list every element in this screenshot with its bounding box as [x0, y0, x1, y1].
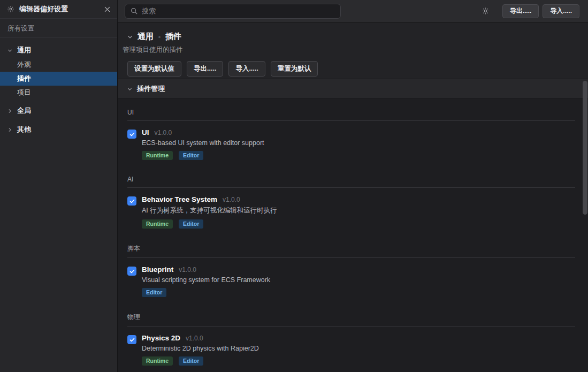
plugin-item: UIv1.0.0ECS-based UI system with editor … — [127, 128, 575, 160]
window-title: 编辑器偏好设置 — [19, 4, 100, 14]
plugin-info: Blueprintv1.0.0Visual scripting system f… — [142, 265, 270, 297]
plugin-enabled-checkbox[interactable] — [127, 130, 136, 139]
topbar-import-button[interactable]: 导入..... — [543, 4, 579, 18]
plugin-group-list: UIUIv1.0.0ECS-based UI system with edito… — [118, 100, 588, 372]
tree-item-plugins[interactable]: 插件 — [0, 72, 117, 86]
plugin-description: Deterministic 2D physics with Rapier2D — [142, 345, 259, 352]
plugin-tags: Editor — [142, 288, 270, 297]
tree-item-project[interactable]: 项目 — [0, 86, 117, 100]
plugin-tags: RuntimeEditor — [142, 151, 264, 160]
plugin-item: Blueprintv1.0.0Visual scripting system f… — [127, 265, 575, 297]
plugin-title-row: UIv1.0.0 — [142, 128, 264, 136]
plugin-enabled-checkbox[interactable] — [127, 196, 136, 206]
sidebar-header: 编辑器偏好设置 — [0, 0, 117, 19]
tree-item-label: 外观 — [17, 60, 31, 69]
tree-item-global[interactable]: 全局 — [0, 103, 117, 118]
group-divider — [127, 120, 575, 121]
chevron-down-icon[interactable] — [127, 34, 133, 40]
tag-runtime: Runtime — [142, 151, 173, 160]
settings-gear-button[interactable] — [480, 6, 491, 16]
chevron-right-icon — [7, 127, 12, 132]
close-icon[interactable] — [104, 6, 110, 12]
plugin-group: AIBehavior Tree Systemv1.0.0AI 行为树系统，支持可… — [127, 176, 575, 229]
gear-icon — [7, 5, 14, 13]
plugin-version: v1.0.0 — [179, 266, 196, 274]
section-title: 插件管理 — [137, 84, 165, 94]
page-header: 通用 - 插件 管理项目使用的插件 设置为默认值 导出..... 导入.....… — [118, 22, 588, 79]
search-input[interactable] — [142, 7, 335, 15]
tag-editor: Editor — [142, 288, 166, 297]
tag-editor: Editor — [179, 356, 203, 366]
plugin-description: ECS-based UI system with editor support — [142, 139, 264, 147]
breadcrumb-separator: - — [158, 33, 161, 41]
topbar: 导出..... 导入..... — [118, 0, 588, 22]
plugin-description: AI 行为树系统，支持可视化编辑和运行时执行 — [142, 206, 277, 215]
plugin-group-label: UI — [127, 109, 575, 116]
sidebar: 编辑器偏好设置 所有设置 通用 外观 插件 项目 全局 其他 — [0, 0, 118, 372]
tag-runtime: Runtime — [142, 356, 173, 366]
plugin-enabled-checkbox[interactable] — [127, 335, 136, 344]
plugin-group-label: 脚本 — [127, 244, 575, 253]
tree-item-other[interactable]: 其他 — [0, 122, 117, 137]
group-divider — [127, 257, 575, 258]
editor-preferences-window: 编辑器偏好设置 所有设置 通用 外观 插件 项目 全局 其他 — [0, 0, 588, 372]
plugin-group: 脚本Blueprintv1.0.0Visual scripting system… — [127, 244, 575, 297]
page-action-buttons: 设置为默认值 导出..... 导入..... 重置为默认 — [127, 61, 588, 77]
plugin-title: Blueprint — [142, 265, 173, 274]
plugin-group: UIUIv1.0.0ECS-based UI system with edito… — [127, 109, 575, 160]
check-icon — [129, 269, 135, 274]
check-icon — [129, 337, 135, 343]
plugin-title-row: Behavior Tree Systemv1.0.0 — [142, 195, 277, 203]
plugin-title-row: Blueprintv1.0.0 — [142, 265, 270, 274]
main-panel: 通用 - 插件 管理项目使用的插件 设置为默认值 导出..... 导入.....… — [118, 22, 588, 372]
reset-to-default-button[interactable]: 重置为默认 — [271, 61, 318, 77]
chevron-down-icon — [7, 48, 12, 53]
plugin-version: v1.0.0 — [223, 196, 240, 203]
tree-item-appearance[interactable]: 外观 — [0, 58, 117, 72]
scrollbar-track[interactable] — [582, 79, 588, 372]
tree-item-label: 其他 — [17, 125, 31, 134]
plugin-item: Behavior Tree Systemv1.0.0AI 行为树系统，支持可视化… — [127, 195, 575, 229]
page-title: 插件 — [165, 32, 181, 42]
tree-item-label: 全局 — [17, 106, 31, 116]
export-button[interactable]: 导出..... — [187, 61, 223, 77]
breadcrumb: 通用 - 插件 — [118, 22, 588, 42]
tree-item-label: 插件 — [17, 74, 31, 82]
set-as-default-button[interactable]: 设置为默认值 — [127, 61, 181, 77]
plugin-info: Behavior Tree Systemv1.0.0AI 行为树系统，支持可视化… — [142, 195, 277, 229]
plugin-description: Visual scripting system for ECS Framewor… — [142, 276, 270, 284]
all-settings-label: 所有设置 — [0, 19, 117, 38]
page-subtitle: 管理项目使用的插件 — [118, 42, 588, 55]
tree-item-label: 项目 — [17, 88, 31, 96]
group-divider — [127, 326, 575, 327]
plugin-enabled-checkbox[interactable] — [127, 267, 136, 276]
topbar-export-button[interactable]: 导出..... — [502, 4, 539, 18]
plugin-version: v1.0.0 — [186, 335, 203, 342]
tag-editor: Editor — [179, 219, 203, 229]
plugin-title: Physics 2D — [142, 334, 180, 342]
plugin-tags: RuntimeEditor — [142, 356, 259, 366]
plugin-info: UIv1.0.0ECS-based UI system with editor … — [142, 128, 264, 160]
scrollbar-thumb[interactable] — [583, 81, 587, 215]
plugin-group: 物理Physics 2Dv1.0.0Deterministic 2D physi… — [127, 313, 575, 366]
import-button[interactable]: 导入..... — [228, 61, 265, 77]
tag-runtime: Runtime — [142, 219, 173, 229]
tree-item-general[interactable]: 通用 — [0, 43, 117, 58]
search-box[interactable] — [125, 4, 341, 19]
check-icon — [129, 199, 135, 204]
plugin-title-row: Physics 2Dv1.0.0 — [142, 334, 259, 342]
check-icon — [129, 132, 135, 137]
plugin-item: Physics 2Dv1.0.0Deterministic 2D physics… — [127, 334, 575, 366]
plugin-group-label: 物理 — [127, 313, 575, 322]
plugin-version: v1.0.0 — [155, 129, 172, 136]
group-divider — [127, 187, 575, 188]
search-icon — [131, 7, 138, 14]
settings-tree: 通用 外观 插件 项目 全局 其他 — [0, 38, 117, 137]
plugin-group-label: AI — [127, 176, 575, 183]
chevron-down-icon — [127, 87, 132, 92]
breadcrumb-parent[interactable]: 通用 — [138, 32, 154, 42]
tag-editor: Editor — [179, 151, 203, 160]
tree-item-label: 通用 — [17, 45, 31, 55]
plugin-tags: RuntimeEditor — [142, 219, 277, 229]
plugin-management-section-header[interactable]: 插件管理 — [118, 79, 588, 99]
